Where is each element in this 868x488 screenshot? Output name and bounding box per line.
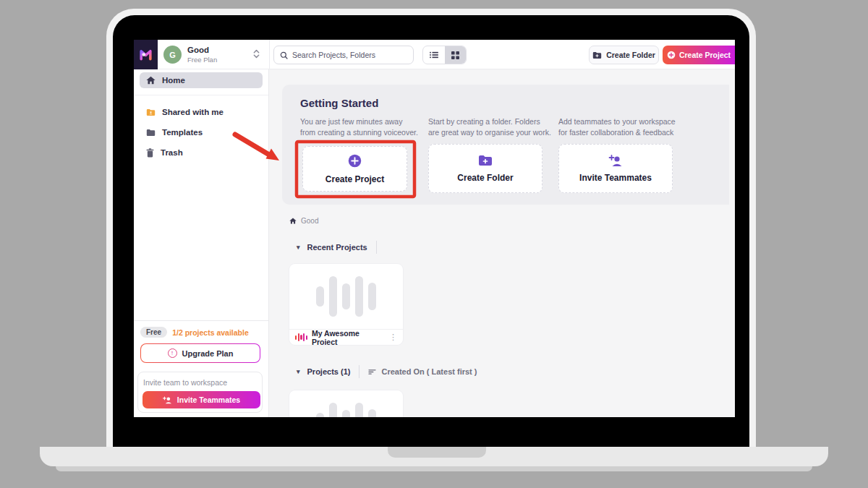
search-bar xyxy=(273,46,414,64)
project-card[interactable] xyxy=(289,390,403,417)
getting-started-desc-3: Add teammates to your workspace for fast… xyxy=(558,116,683,138)
waveform-icon xyxy=(295,333,307,342)
breadcrumb-label: Good xyxy=(301,217,318,225)
invite-teammates-button[interactable]: Invite Teammates xyxy=(142,391,260,408)
create-project-label: Create Project xyxy=(679,51,731,59)
sidebar-item-home[interactable]: Home xyxy=(140,72,263,88)
search-input[interactable] xyxy=(292,51,407,59)
trash-icon xyxy=(146,148,154,158)
getting-started-title: Getting Started xyxy=(300,97,378,109)
waveform-placeholder xyxy=(289,390,403,417)
getting-started-desc-2: Start by creating a folder. Folders are … xyxy=(428,116,553,138)
laptop-notch xyxy=(388,447,486,458)
home-icon xyxy=(146,76,156,85)
sidebar-item-templates[interactable]: Templates xyxy=(140,124,263,140)
sidebar-item-trash[interactable]: Trash xyxy=(140,145,263,160)
create-folder-button[interactable]: Create Folder xyxy=(589,46,659,64)
kebab-menu-icon[interactable]: ⋮ xyxy=(389,333,397,342)
workspace-plan: Free Plan xyxy=(187,56,217,64)
projects-count-label: Projects (1) xyxy=(307,367,351,376)
list-view-button[interactable] xyxy=(423,46,445,64)
create-project-card-label: Create Project xyxy=(326,174,384,184)
search-icon xyxy=(280,51,288,59)
plus-circle-icon xyxy=(667,51,676,59)
folder-icon xyxy=(146,129,156,137)
sidebar: Home Shared with me Templates xyxy=(134,69,269,417)
waveform-placeholder xyxy=(289,264,403,329)
plan-badge: Free xyxy=(140,327,167,338)
sidebar-plan-section: Free 1/2 projects available ↑ Upgrade Pl… xyxy=(134,320,268,413)
laptop-base-shadow xyxy=(56,466,812,471)
create-project-button[interactable]: Create Project xyxy=(663,46,735,64)
folder-plus-icon xyxy=(478,155,493,166)
sort-label: Created On ( Latest first ) xyxy=(381,367,477,376)
invite-team-box: Invite team to workspace Invite Teammate… xyxy=(137,372,263,413)
header-divider xyxy=(359,365,359,378)
create-folder-card[interactable]: Create Folder xyxy=(428,144,542,193)
recent-projects-label: Recent Projects xyxy=(307,243,367,252)
invite-teammates-card-label: Invite Teammates xyxy=(579,173,652,183)
project-card[interactable]: My Awesome Project ⋮ xyxy=(289,264,403,345)
projects-header: ▾ Projects (1) Created On ( Latest first… xyxy=(297,365,477,378)
plus-circle-icon xyxy=(348,154,362,168)
chevron-down-icon[interactable]: ▾ xyxy=(297,244,300,251)
sidebar-item-label: Shared with me xyxy=(162,108,224,116)
upgrade-plan-label: Upgrade Plan xyxy=(182,349,234,358)
sort-icon xyxy=(368,369,376,375)
create-folder-card-label: Create Folder xyxy=(457,173,513,183)
create-folder-label: Create Folder xyxy=(606,51,655,59)
app-screen: G Good Free Plan xyxy=(134,40,735,417)
chevron-down-icon[interactable]: ▾ xyxy=(297,368,300,375)
sidebar-item-label: Home xyxy=(162,76,185,85)
sort-control[interactable]: Created On ( Latest first ) xyxy=(368,367,477,376)
main-content: Getting Started You are just few minutes… xyxy=(269,69,735,417)
breadcrumb[interactable]: Good xyxy=(289,217,318,225)
workspace-switcher[interactable]: G Good Free Plan xyxy=(163,46,217,64)
getting-started-panel: Getting Started You are just few minutes… xyxy=(282,85,729,205)
grid-view-button[interactable] xyxy=(445,46,467,64)
murf-logo-icon xyxy=(139,48,153,61)
upgrade-plan-button[interactable]: ↑ Upgrade Plan xyxy=(140,343,260,363)
home-icon xyxy=(289,218,297,224)
person-plus-icon xyxy=(163,396,173,404)
app-logo[interactable] xyxy=(134,40,158,69)
sidebar-item-shared[interactable]: Shared with me xyxy=(140,104,263,120)
invite-teammates-card[interactable]: Invite Teammates xyxy=(558,144,673,193)
getting-started-desc-1: You are just few minutes away from creat… xyxy=(300,116,420,138)
folder-icon xyxy=(592,51,602,59)
top-bar: G Good Free Plan xyxy=(134,40,735,69)
invite-teammates-label: Invite Teammates xyxy=(177,395,240,404)
invite-team-caption: Invite team to workspace xyxy=(143,378,259,387)
sidebar-item-label: Trash xyxy=(161,148,183,157)
view-toggle xyxy=(422,46,467,64)
grid-view-icon xyxy=(451,51,459,59)
header-divider xyxy=(376,241,377,254)
unfold-more-icon[interactable] xyxy=(253,48,260,62)
person-plus-icon xyxy=(608,155,623,166)
list-view-icon xyxy=(430,51,438,59)
recent-projects-header: ▾ Recent Projects xyxy=(297,241,386,254)
project-card-footer: My Awesome Project ⋮ xyxy=(289,329,403,345)
upgrade-arrow-icon: ↑ xyxy=(168,348,177,358)
shared-folder-icon xyxy=(146,108,156,116)
plan-usage-text: 1/2 projects available xyxy=(172,328,249,337)
sidebar-divider xyxy=(134,95,268,95)
topbar-divider xyxy=(269,40,270,69)
sidebar-item-label: Templates xyxy=(162,128,203,137)
create-project-card[interactable]: Create Project xyxy=(302,146,407,192)
workspace-avatar: G xyxy=(163,46,182,64)
workspace-name: Good xyxy=(187,46,217,56)
project-name: My Awesome Project xyxy=(312,329,385,346)
